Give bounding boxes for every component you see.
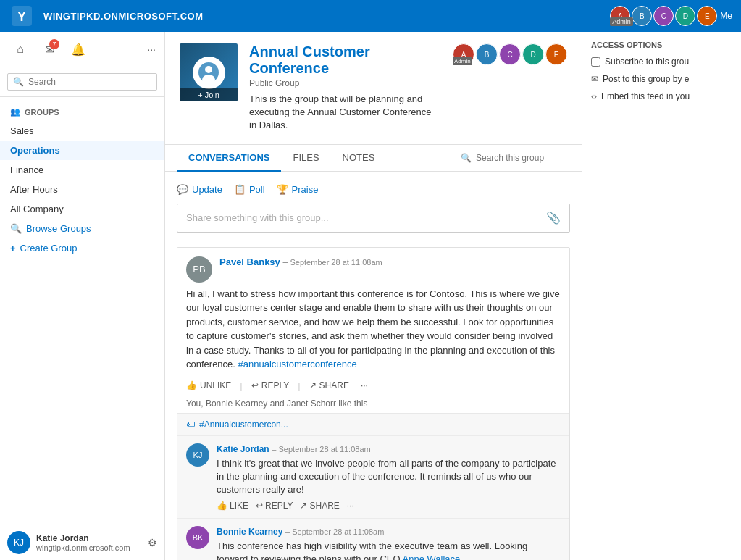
member-avatar-4: D	[675, 6, 695, 26]
comment-1-more-button[interactable]: ···	[347, 501, 354, 511]
current-user-email: wingtipkd.onmicrosoft.com	[36, 543, 142, 552]
app-logo[interactable]: Y	[9, 3, 35, 29]
embed-icon: ‹›	[591, 91, 597, 101]
group-logo: + Join	[180, 43, 238, 101]
more-icon[interactable]: ···	[147, 43, 156, 55]
current-user-name: Katie Jordan	[36, 533, 142, 543]
search-input[interactable]	[7, 73, 157, 91]
svg-point-3	[205, 66, 212, 73]
post-meta: Pavel Banksy – September 28 at 11:08am	[219, 256, 561, 267]
comment-1-like-button[interactable]: 👍 LIKE	[217, 501, 248, 511]
group-info: Annual Customer Conference Public Group …	[249, 43, 441, 133]
sidebar-item-finance[interactable]: Finance	[0, 160, 164, 180]
group-header: + Join Annual Customer Conference Public…	[165, 32, 582, 145]
create-group-plus-icon: +	[10, 243, 16, 254]
svg-text:Y: Y	[17, 9, 26, 24]
sidebar-item-all-company[interactable]: All Company	[0, 199, 164, 219]
comment-1-actions: 👍 LIKE ↩ REPLY ↗ SHARE	[217, 501, 561, 511]
groups-icon: 👥	[10, 107, 20, 117]
unlike-icon: 👍	[186, 380, 197, 390]
tab-files[interactable]: FILES	[281, 145, 330, 172]
praise-icon: 🏆	[277, 184, 288, 195]
likers-text: You, Bonnie Kearney and Janet Schorr lik…	[177, 397, 569, 413]
share-button[interactable]: ↗ SHARE	[309, 380, 349, 390]
browse-icon: 🔍	[10, 223, 22, 234]
tab-search-icon: 🔍	[461, 153, 472, 163]
poll-icon: 📋	[234, 184, 246, 195]
post-hashtag-link[interactable]: #annualcustomerconference	[238, 359, 357, 369]
tab-search: 🔍	[461, 153, 570, 163]
reply-icon: ↩	[251, 380, 259, 390]
create-group-button[interactable]: + Create Group	[0, 238, 164, 258]
anne-wallace-link[interactable]: Anne Wallace	[403, 553, 461, 560]
comment-1-share-button[interactable]: ↗ SHARE	[300, 501, 339, 511]
browse-groups-button[interactable]: 🔍 Browse Groups	[0, 219, 164, 238]
member-avatar-2: B	[632, 6, 652, 26]
tenant-domain: WINGTIPKD.ONMICROSOFT.COM	[43, 11, 204, 22]
post-body: Hi all, I want to stress how important t…	[177, 287, 569, 377]
groups-header: 👥 GROUPS	[0, 103, 164, 121]
comment-1-date: September 28 at 11:08am	[279, 445, 371, 454]
comment-card-2: BK Bonnie Kearney – September 28 at 11:0…	[177, 518, 569, 560]
mail-access-icon: ✉	[591, 74, 598, 84]
update-button[interactable]: 💬 Update	[177, 181, 222, 198]
topbar: Y WINGTIPKD.ONMICROSOFT.COM A Admin B C …	[0, 0, 741, 32]
comment-1-content: Katie Jordan – September 28 at 11:08am I…	[217, 443, 561, 511]
comment-1-author: Katie Jordan	[217, 444, 269, 454]
hashtag-tag[interactable]: 🏷 #Annualcustomercon...	[177, 414, 569, 435]
unlike-button[interactable]: 👍 UNLIKE	[186, 380, 231, 390]
settings-icon[interactable]: ⚙	[148, 537, 157, 548]
join-button[interactable]: + Join	[180, 88, 238, 101]
tab-conversations[interactable]: CONVERSATIONS	[177, 145, 281, 172]
home-icon[interactable]: ⌂	[9, 38, 32, 61]
comment-2-author: Bonnie Kearney	[217, 527, 282, 537]
attach-icon[interactable]: 📎	[546, 211, 561, 225]
post-action-buttons: 💬 Update 📋 Poll 🏆 Praise	[177, 181, 570, 198]
current-user-avatar: KJ	[7, 531, 30, 554]
comment-2-body: This conference has high visibility with…	[217, 540, 561, 560]
group-member-3: C	[499, 43, 521, 65]
group-member-4: D	[522, 43, 544, 65]
sidebar-nav: ⌂ ✉ 7 🔔 ···	[0, 32, 164, 67]
group-search-input[interactable]	[476, 153, 570, 163]
comment-section: 🏷 #Annualcustomercon... KJ Katie Jordan …	[177, 413, 569, 560]
right-sidebar: ACCESS OPTIONS Subscribe to this grou ✉ …	[582, 32, 741, 560]
me-label: Me	[720, 11, 732, 21]
post-date: September 28 at 11:08am	[290, 258, 382, 267]
tabs-bar: CONVERSATIONS FILES NOTES 🔍	[165, 145, 582, 172]
praise-button[interactable]: 🏆 Praise	[277, 181, 319, 198]
comment-2-avatar: BK	[186, 526, 209, 549]
mail-icon[interactable]: ✉ 7	[38, 38, 61, 61]
post-author-avatar: PB	[186, 256, 212, 283]
comment-1-reply-button[interactable]: ↩ REPLY	[256, 501, 293, 511]
reply-button[interactable]: ↩ REPLY	[251, 380, 289, 390]
post-reactions: 👍 UNLIKE | ↩ REPLY | ↗ SHARE ···	[177, 377, 569, 397]
sidebar-item-after-hours[interactable]: After Hours	[0, 180, 164, 199]
comment-2-content: Bonnie Kearney – September 28 at 11:08am…	[217, 526, 561, 560]
embed-label: Embed this feed in you	[601, 91, 690, 101]
post-author-name: Pavel Banksy	[219, 256, 280, 267]
more-options-button[interactable]: ···	[361, 380, 368, 390]
search-icon: 🔍	[13, 77, 24, 87]
group-type: Public Group	[249, 78, 441, 88]
search-box: 🔍	[0, 67, 164, 97]
post-card: PB Pavel Banksy – September 28 at 11:08a…	[177, 247, 570, 560]
subscribe-checkbox[interactable]	[591, 57, 600, 67]
bell-icon[interactable]: 🔔	[67, 38, 90, 61]
poll-button[interactable]: 📋 Poll	[234, 181, 265, 198]
comment-1-body: I think it's great that we involve peopl…	[217, 457, 561, 497]
access-options-title: ACCESS OPTIONS	[591, 41, 732, 49]
like-icon-1: 👍	[217, 501, 227, 511]
sidebar: ⌂ ✉ 7 🔔 ··· 🔍 👥 GROUPS Sales Operations …	[0, 32, 165, 560]
mail-badge: 7	[49, 39, 59, 49]
comment-1-avatar: KJ	[186, 443, 209, 467]
main-content: + Join Annual Customer Conference Public…	[165, 32, 582, 560]
sidebar-item-sales[interactable]: Sales	[0, 121, 164, 141]
sidebar-item-operations[interactable]: Operations	[0, 141, 164, 160]
post-by-email-option: ✉ Post to this group by e	[591, 74, 732, 84]
post-email-label: Post to this group by e	[603, 74, 689, 84]
tab-notes[interactable]: NOTES	[331, 145, 387, 172]
group-member-2: B	[476, 43, 498, 65]
post-input-box[interactable]: Share something with this group... 📎	[177, 204, 570, 233]
tag-icon: 🏷	[186, 419, 195, 430]
